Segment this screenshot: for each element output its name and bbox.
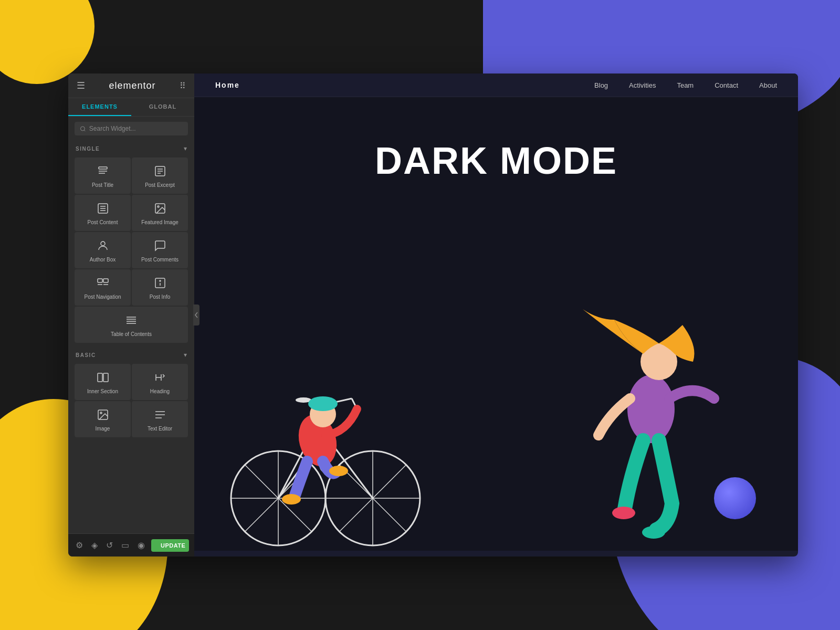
svg-point-60 (308, 396, 338, 411)
website-nav: Blog Activities Team Contact About (594, 81, 777, 89)
bottom-toolbar: ⚙ ◈ ↺ ▭ ◉ UPDATE ▲ (68, 533, 194, 556)
website-logo: Home (215, 81, 240, 89)
post-content-icon (97, 202, 109, 216)
svg-rect-16 (98, 279, 102, 282)
post-info-icon (154, 277, 166, 291)
post-title-icon (97, 165, 109, 179)
post-excerpt-label: Post Excerpt (145, 182, 175, 188)
table-of-contents-label: Table of Contents (111, 331, 152, 338)
search-bar (68, 117, 194, 141)
search-icon (80, 125, 86, 132)
svg-point-14 (158, 206, 159, 207)
layers-icon[interactable]: ◈ (89, 538, 100, 552)
yellow-blob-top (0, 0, 94, 84)
svg-rect-17 (103, 279, 108, 282)
widget-inner-section[interactable]: Inner Section (75, 364, 131, 400)
post-navigation-label: Post Navigation (84, 294, 121, 300)
featured-image-icon (154, 202, 166, 216)
update-btn-wrap: UPDATE ▲ (151, 539, 189, 552)
svg-point-21 (160, 280, 161, 281)
nav-contact[interactable]: Contact (715, 81, 738, 89)
svg-point-0 (80, 127, 85, 131)
svg-rect-2 (99, 167, 107, 169)
heading-icon (154, 371, 166, 385)
main-container: ☰ elementor ⠿ ELEMENTS GLOBAL SINGLE ▾ (68, 74, 798, 556)
widget-featured-image[interactable]: Featured Image (132, 195, 188, 231)
search-input[interactable] (89, 125, 183, 132)
svg-rect-28 (103, 373, 108, 382)
section-single-header[interactable]: SINGLE ▾ (68, 141, 194, 156)
svg-point-15 (101, 242, 105, 246)
post-title-label: Post Title (92, 182, 113, 188)
collapse-handle[interactable] (193, 304, 200, 326)
heading-label: Heading (150, 388, 170, 395)
hero-title: DARK MODE (375, 139, 617, 182)
post-comments-label: Post Comments (141, 257, 178, 263)
svg-point-64 (642, 526, 665, 539)
widget-post-info[interactable]: Post Info (132, 269, 188, 306)
sidebar-scroll: SINGLE ▾ Post Title Post Excerpt (68, 141, 194, 533)
sidebar-header: ☰ elementor ⠿ (68, 74, 194, 98)
single-widgets-grid: Post Title Post Excerpt Post Content (68, 156, 194, 347)
widget-post-content[interactable]: Post Content (75, 195, 131, 231)
table-of-contents-icon (125, 314, 138, 328)
post-excerpt-icon (154, 165, 166, 179)
post-comments-icon (154, 239, 166, 254)
update-button[interactable]: UPDATE (151, 539, 189, 552)
eye-icon[interactable]: ◉ (135, 538, 147, 552)
text-editor-icon (154, 408, 166, 423)
section-basic-header[interactable]: BASIC ▾ (68, 347, 194, 363)
chevron-down-icon: ▾ (184, 145, 187, 152)
text-editor-label: Text Editor (148, 426, 172, 432)
svg-point-61 (627, 375, 675, 443)
image-label: Image (96, 426, 110, 432)
elementor-sidebar: ☰ elementor ⠿ ELEMENTS GLOBAL SINGLE ▾ (68, 74, 194, 556)
nav-about[interactable]: About (759, 81, 777, 89)
post-info-label: Post Info (150, 294, 170, 300)
author-box-icon (97, 239, 109, 254)
svg-rect-27 (98, 373, 102, 382)
nav-blog[interactable]: Blog (594, 81, 608, 89)
responsive-icon[interactable]: ▭ (119, 538, 131, 552)
widget-table-of-contents[interactable]: Table of Contents (75, 307, 188, 343)
svg-point-63 (612, 507, 635, 519)
nav-team[interactable]: Team (677, 81, 694, 89)
svg-point-58 (329, 466, 348, 476)
widget-post-navigation[interactable]: Post Navigation (75, 269, 131, 306)
widget-text-editor[interactable]: Text Editor (132, 401, 188, 437)
elementor-logo: elementor (109, 80, 155, 91)
canvas-preview: Home Blog Activities Team Contact About … (194, 74, 798, 556)
grid-icon[interactable]: ⠿ (180, 81, 186, 91)
inner-section-icon (97, 371, 109, 385)
widget-post-comments[interactable]: Post Comments (132, 232, 188, 268)
website-header: Home Blog Activities Team Contact About (194, 74, 798, 97)
section-basic-label: BASIC (76, 352, 96, 358)
basic-widgets-grid: Inner Section Heading Image (68, 363, 194, 442)
tab-elements[interactable]: ELEMENTS (68, 98, 131, 116)
widget-heading[interactable]: Heading (132, 364, 188, 400)
image-icon (97, 408, 109, 423)
chevron-down-icon-basic: ▾ (184, 351, 187, 359)
hamburger-menu-icon[interactable]: ☰ (77, 80, 85, 91)
widget-post-excerpt[interactable]: Post Excerpt (132, 158, 188, 194)
svg-point-33 (100, 412, 102, 414)
post-content-label: Post Content (88, 219, 118, 226)
widget-post-title[interactable]: Post Title (75, 158, 131, 194)
history-icon[interactable]: ↺ (104, 538, 115, 552)
runner-illustration (567, 278, 735, 551)
settings-icon[interactable]: ⚙ (74, 538, 85, 552)
sidebar-tabs: ELEMENTS GLOBAL (68, 98, 194, 117)
cyclist-illustration (226, 288, 425, 551)
widget-image[interactable]: Image (75, 401, 131, 437)
search-input-wrap (75, 122, 188, 135)
section-single-label: SINGLE (76, 146, 100, 152)
featured-image-label: Featured Image (141, 219, 178, 226)
author-box-label: Author Box (90, 257, 116, 263)
inner-section-label: Inner Section (87, 388, 118, 395)
tab-global[interactable]: GLOBAL (131, 98, 194, 116)
post-navigation-icon (97, 277, 109, 291)
widget-author-box[interactable]: Author Box (75, 232, 131, 268)
hero-area: DARK MODE (194, 97, 798, 551)
svg-line-1 (84, 130, 85, 131)
nav-activities[interactable]: Activities (629, 81, 656, 89)
